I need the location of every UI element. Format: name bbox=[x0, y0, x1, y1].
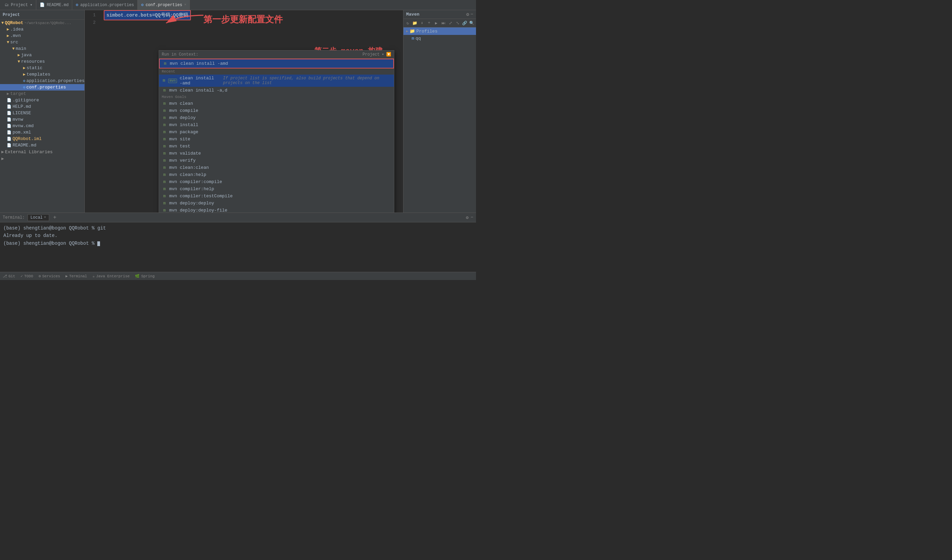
terminal-add-button[interactable]: + bbox=[52, 214, 58, 221]
goal-mvn-clean-help[interactable]: m mvn clean:help bbox=[159, 171, 394, 178]
goal-mvn-compile[interactable]: m mvn compile bbox=[159, 107, 394, 114]
sidebar-item-helpmd[interactable]: 📄 HELP.md bbox=[0, 103, 84, 110]
sidebar-item-confprops[interactable]: ⚙ conf.properties bbox=[0, 84, 84, 91]
filter-icon[interactable]: 🔽 bbox=[386, 52, 391, 57]
maven-settings-icon[interactable]: ⚙ bbox=[466, 12, 469, 17]
maven-collapse-icon[interactable]: ⤡ bbox=[454, 20, 461, 26]
sidebar-item-target[interactable]: ▶ target bbox=[0, 91, 84, 97]
sidebar-item-mvn[interactable]: ▶ .mvn bbox=[0, 32, 84, 39]
goal-mvn-clean[interactable]: m mvn clean bbox=[159, 100, 394, 107]
sidebar-header: Project bbox=[0, 10, 84, 20]
mvnw-label: mvnw bbox=[12, 117, 23, 122]
goal-mvn-compiler-compile[interactable]: m mvn compiler:compile bbox=[159, 178, 394, 185]
goal-mvn-deploy-deploy[interactable]: m mvn deploy:deploy bbox=[159, 200, 394, 207]
sidebar-item-license[interactable]: 📄 LICENSE bbox=[0, 110, 84, 116]
idea-label: .idea bbox=[10, 27, 23, 32]
recent1-mvn-badge: mvn bbox=[168, 79, 177, 83]
sidebar-item-pomxml[interactable]: 📄 pom.xml bbox=[0, 129, 84, 136]
status-services[interactable]: ⚙ Services bbox=[39, 274, 60, 278]
status-terminal[interactable]: ▶ Terminal bbox=[65, 274, 87, 278]
dropdown-main-mvn-item[interactable]: m mvn clean install -amd bbox=[159, 59, 394, 68]
sidebar-item-static[interactable]: ▶ static bbox=[0, 65, 84, 71]
terminal-content[interactable]: (base) shengtian@bogon QQRobot % git Alr… bbox=[0, 222, 476, 272]
goal-mvn-compiler-testcompile[interactable]: m mvn compiler:testCompile bbox=[159, 193, 394, 200]
readmemd-label: README.md bbox=[12, 143, 36, 148]
resources-label: resources bbox=[21, 59, 45, 64]
sidebar-item-scratches[interactable]: ▶ bbox=[0, 155, 84, 162]
goal-mvn-validate[interactable]: m mvn validate bbox=[159, 150, 394, 157]
goal-mvn-package[interactable]: m mvn package bbox=[159, 128, 394, 136]
maven-plus-icon[interactable]: + bbox=[426, 20, 432, 26]
goal-mvn-clean-clean[interactable]: m mvn clean:clean bbox=[159, 164, 394, 171]
terminal-local-tab[interactable]: Local × bbox=[28, 214, 49, 221]
appprops-file-icon: ⚙ bbox=[76, 2, 78, 8]
goal-mvn-site[interactable]: m mvn site bbox=[159, 136, 394, 143]
static-folder-icon: ▶ bbox=[23, 65, 25, 71]
goal-mvn-deploy-deploy-file[interactable]: m mvn deploy:deploy-file bbox=[159, 207, 394, 213]
status-git[interactable]: ⎇ Git bbox=[3, 274, 15, 278]
maven-search-icon[interactable]: 🔍 bbox=[469, 20, 474, 26]
line-numbers: 1 2 bbox=[85, 10, 98, 26]
mvnwcmd-icon: 📄 bbox=[7, 124, 12, 128]
sidebar-item-external-libs[interactable]: ▶ External Libraries bbox=[0, 148, 84, 155]
terminal-line2-text: Already up to date. bbox=[3, 233, 58, 238]
sidebar-item-qqrobotiml[interactable]: 📄 QQRobot.iml bbox=[0, 136, 84, 142]
sidebar-item-mvnw[interactable]: 📄 mvnw bbox=[0, 116, 84, 123]
maven-run-icon[interactable]: ▶ bbox=[433, 20, 439, 26]
project-dropdown-icon[interactable]: ▾ bbox=[30, 2, 32, 8]
terminal-line2: Already up to date. bbox=[3, 232, 473, 239]
tab-conf-props[interactable]: ⚙ conf.properties × bbox=[138, 0, 190, 10]
maven-goals-section-label: Maven Goals bbox=[159, 94, 394, 100]
run-in-context-label: Run in Context: bbox=[162, 52, 198, 57]
recent1-rest-label: clean install -amd bbox=[180, 76, 218, 86]
sidebar-item-java[interactable]: ▶ java bbox=[0, 52, 84, 58]
dropdown-recent-item1[interactable]: m mvn clean install -amd If project list… bbox=[159, 74, 394, 87]
maven-refresh-icon[interactable]: ↻ bbox=[405, 20, 411, 26]
sidebar-item-templates[interactable]: ▶ templates bbox=[0, 71, 84, 78]
goal-mvn-deploy[interactable]: m mvn deploy bbox=[159, 114, 394, 121]
sidebar-item-mvnwcmd[interactable]: 📄 mvnw.cmd bbox=[0, 123, 84, 129]
terminal-settings-icon[interactable]: ⚙ bbox=[466, 215, 468, 221]
confprops-label: conf.properties bbox=[26, 85, 66, 90]
status-spring[interactable]: 🌿 Spring bbox=[135, 274, 155, 278]
goal-mvn-install[interactable]: m mvn install bbox=[159, 121, 394, 128]
tab-application-props[interactable]: ⚙ application.properties bbox=[72, 0, 138, 10]
maven-skip-icon[interactable]: ⏭ bbox=[440, 20, 446, 26]
maven-expand-icon[interactable]: ⤢ bbox=[448, 20, 453, 26]
config-value[interactable]: simbot.core.bots=QQ号码:QQ密码 bbox=[104, 10, 191, 20]
tab-conf-close-icon[interactable]: × bbox=[184, 3, 186, 7]
recent-section-label: Recent bbox=[159, 68, 394, 74]
status-todo[interactable]: ✓ TODO bbox=[21, 274, 33, 278]
maven-qq-item[interactable]: m qq bbox=[403, 35, 476, 42]
sidebar-item-idea[interactable]: ▶ .idea bbox=[0, 26, 84, 32]
profiles-label: Profiles bbox=[416, 29, 437, 34]
pomxml-icon: 📄 bbox=[7, 130, 12, 134]
maven-profiles-item[interactable]: ▶ 📁 Profiles bbox=[403, 28, 476, 35]
dropdown-recent-item2[interactable]: m mvn clean install -a,d bbox=[159, 87, 394, 94]
goal-mvn-test[interactable]: m mvn test bbox=[159, 143, 394, 150]
sidebar-item-src[interactable]: ▼ src bbox=[0, 39, 84, 45]
goal-mvn-compiler-help[interactable]: m mvn compiler:help bbox=[159, 185, 394, 193]
sidebar-item-gitignore[interactable]: 📄 .gitignore bbox=[0, 97, 84, 103]
terminal-minimize-icon[interactable]: − bbox=[471, 215, 473, 221]
terminal-line3: (base) shengtian@bogon QQRobot % bbox=[3, 240, 473, 247]
tab-readme[interactable]: 📄 README.md bbox=[36, 0, 73, 10]
sidebar: Project ▼ QQRobot ~/workspace/QQRobc... … bbox=[0, 10, 85, 213]
status-java-enterprise[interactable]: ☕ Java Enterprise bbox=[93, 274, 130, 278]
tree-root[interactable]: ▼ QQRobot ~/workspace/QQRobc... bbox=[0, 20, 84, 26]
maven-folder-icon[interactable]: 📁 bbox=[412, 20, 418, 26]
idea-folder-icon: ▶ bbox=[7, 27, 9, 32]
maven-minus-icon[interactable]: − bbox=[471, 12, 473, 17]
terminal-tab-close-icon[interactable]: × bbox=[44, 216, 46, 219]
sidebar-item-resources[interactable]: ▼ resources bbox=[0, 58, 84, 65]
tab-project-label[interactable]: 🗂 Project ▾ bbox=[2, 0, 36, 10]
sidebar-item-readmemd[interactable]: 📄 README.md bbox=[0, 142, 84, 148]
maven-link-icon[interactable]: 🔗 bbox=[462, 20, 468, 26]
license-icon: 📄 bbox=[7, 111, 12, 115]
sidebar-item-appprops[interactable]: ⚙ application.properties bbox=[0, 78, 84, 84]
goal-mvn-verify[interactable]: m mvn verify bbox=[159, 157, 394, 164]
filter-dropdown-icon[interactable]: ▾ bbox=[382, 52, 384, 57]
sidebar-item-main[interactable]: ▼ main bbox=[0, 45, 84, 52]
maven-download-icon[interactable]: ⬇ bbox=[419, 20, 425, 26]
terminal-label: Terminal: bbox=[3, 215, 25, 220]
